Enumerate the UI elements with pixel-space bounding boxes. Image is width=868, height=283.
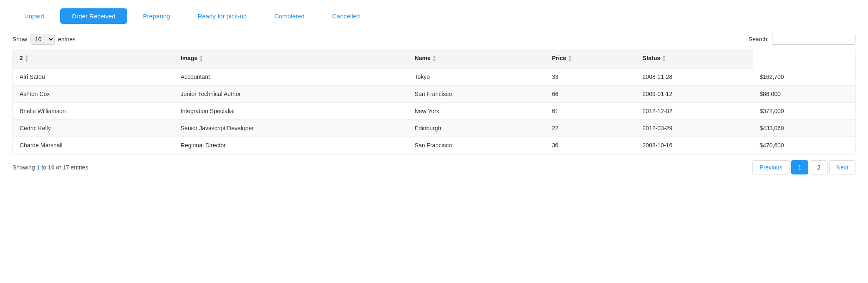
table-head: 2▲▼Image▲▼Name▲▼Price▲▼Status▲▼ xyxy=(13,49,855,68)
table-cell: 2012-03-29 xyxy=(636,120,753,137)
table-cell: 22 xyxy=(545,120,636,137)
table-cell: $470,600 xyxy=(753,137,855,154)
table-cell: 2008-10-16 xyxy=(636,137,753,154)
table-row: Cedric KellySenior Javascript DeveloperE… xyxy=(13,120,855,137)
table-cell: $372,000 xyxy=(753,103,855,120)
data-table: 2▲▼Image▲▼Name▲▼Price▲▼Status▲▼ Airi Sat… xyxy=(13,49,855,154)
table-cell: $86,000 xyxy=(753,86,855,103)
table-cell: Accountant xyxy=(174,68,408,86)
pagination-previous[interactable]: Previous xyxy=(752,160,789,174)
sort-icon: ▲▼ xyxy=(25,54,29,63)
table-cell: New York xyxy=(408,103,545,120)
tab-order-received[interactable]: Order Received xyxy=(60,8,127,24)
data-table-wrapper: 2▲▼Image▲▼Name▲▼Price▲▼Status▲▼ Airi Sat… xyxy=(13,49,855,154)
col-2[interactable]: 2▲▼ xyxy=(13,49,174,68)
pagination: Previous12Next xyxy=(752,160,855,174)
table-cell: Cedric Kelly xyxy=(13,120,174,137)
tab-completed[interactable]: Completed xyxy=(262,8,316,24)
entries-label: entries xyxy=(58,36,76,43)
tab-bar: UnpaidOrder ReceivedPreparingReady for p… xyxy=(13,8,855,24)
table-row: Ashton CoxJunior Technical AuthorSan Fra… xyxy=(13,86,855,103)
show-entries-control: Show 102550100 entries xyxy=(13,34,76,45)
table-cell: 2012-12-02 xyxy=(636,103,753,120)
search-label: Search: xyxy=(749,36,769,43)
table-cell: 36 xyxy=(545,137,636,154)
table-cell: Charde Marshall xyxy=(13,137,174,154)
table-cell: Edinburgh xyxy=(408,120,545,137)
info-from: 1 xyxy=(37,164,40,171)
search-input[interactable] xyxy=(772,34,855,45)
table-cell: 2009-01-12 xyxy=(636,86,753,103)
entries-info: Showing 1 to 10 of 17 entries xyxy=(13,164,88,171)
col-name[interactable]: Name▲▼ xyxy=(408,49,545,68)
pagination-page-1[interactable]: 1 xyxy=(791,160,809,174)
show-label: Show xyxy=(13,36,27,43)
table-cell: 61 xyxy=(545,103,636,120)
table-cell: San Francisco xyxy=(408,137,545,154)
table-footer: Showing 1 to 10 of 17 entries Previous12… xyxy=(13,160,855,174)
table-cell: Airi Satou xyxy=(13,68,174,86)
tab-cancelled[interactable]: Cancelled xyxy=(320,8,372,24)
table-scroll-area[interactable]: 2▲▼Image▲▼Name▲▼Price▲▼Status▲▼ Airi Sat… xyxy=(13,49,855,154)
table-cell: Tokyo xyxy=(408,68,545,86)
table-cell: Ashton Cox xyxy=(13,86,174,103)
col-price[interactable]: Price▲▼ xyxy=(545,49,636,68)
table-row: Charde MarshallRegional DirectorSan Fran… xyxy=(13,137,855,154)
table-header-row: 2▲▼Image▲▼Name▲▼Price▲▼Status▲▼ xyxy=(13,49,855,68)
table-cell: Brielle Williamson xyxy=(13,103,174,120)
table-body: Airi SatouAccountantTokyo332008-11-28$16… xyxy=(13,68,855,154)
entries-select[interactable]: 102550100 xyxy=(30,34,55,45)
table-cell: San Francisco xyxy=(408,86,545,103)
tab-preparing[interactable]: Preparing xyxy=(131,8,182,24)
table-cell: $433,060 xyxy=(753,120,855,137)
table-row: Brielle WilliamsonIntegration Specialist… xyxy=(13,103,855,120)
table-cell: Junior Technical Author xyxy=(174,86,408,103)
table-row: Airi SatouAccountantTokyo332008-11-28$16… xyxy=(13,68,855,86)
tab-ready-for-pick-up[interactable]: Ready for pick-up xyxy=(186,8,259,24)
pagination-next[interactable]: Next xyxy=(829,160,855,174)
info-to: 10 xyxy=(48,164,55,171)
table-cell: Regional Director xyxy=(174,137,408,154)
table-cell: 66 xyxy=(545,86,636,103)
sort-icon: ▲▼ xyxy=(568,54,572,63)
table-cell: Integration Specialist xyxy=(174,103,408,120)
controls-row: Show 102550100 entries Search: xyxy=(13,34,855,45)
table-cell: Senior Javascript Developer xyxy=(174,120,408,137)
table-cell: 2008-11-28 xyxy=(636,68,753,86)
sort-icon: ▲▼ xyxy=(662,54,666,63)
pagination-page-2[interactable]: 2 xyxy=(810,160,828,174)
col-status[interactable]: Status▲▼ xyxy=(636,49,753,68)
table-cell: 33 xyxy=(545,68,636,86)
tab-unpaid[interactable]: Unpaid xyxy=(13,8,56,24)
sort-icon: ▲▼ xyxy=(432,54,437,63)
col-image[interactable]: Image▲▼ xyxy=(174,49,408,68)
sort-icon: ▲▼ xyxy=(199,54,203,63)
search-box: Search: xyxy=(749,34,855,45)
table-cell: $162,700 xyxy=(753,68,855,86)
